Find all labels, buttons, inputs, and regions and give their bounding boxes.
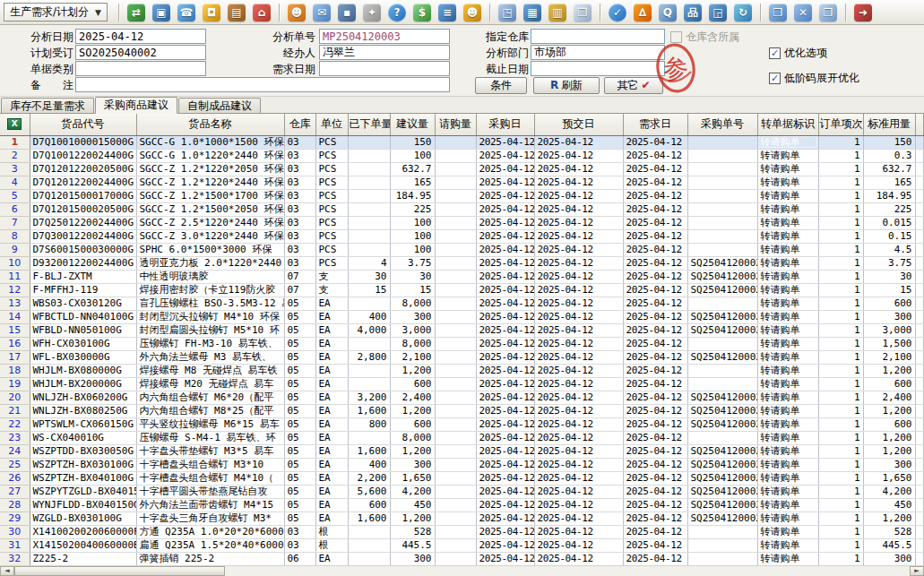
row-number[interactable]: 30 — [0, 525, 30, 538]
cell-demand_date[interactable]: 2025-04-12 — [623, 404, 687, 417]
cell-ordered_qty[interactable]: 4,000 — [348, 323, 390, 337]
cell-predeliver_date[interactable]: 2025-04-12 — [534, 202, 623, 216]
cell-predeliver_date[interactable]: 2025-04-12 — [534, 391, 623, 404]
cell-warehouse[interactable]: 05 — [284, 377, 315, 391]
cell-code[interactable]: D7Q1001220024400G — [30, 149, 136, 162]
cell-std_usage[interactable]: 445.5 — [863, 538, 915, 552]
cell-transfer_flag[interactable]: 转请购单 — [757, 512, 818, 525]
table-row[interactable]: 10D932001220024400G透明亚克力板 2.0*1220*24400… — [0, 256, 924, 270]
cell-purchase_date[interactable]: 2025-04-12 — [476, 512, 534, 525]
cell-transfer_flag[interactable]: 转请购单 — [757, 458, 818, 471]
cell-warehouse[interactable]: 03 — [284, 202, 315, 216]
cell-po_number[interactable] — [687, 149, 757, 162]
cell-transfer_flag[interactable]: 转请购单 — [757, 310, 818, 323]
cell-unit[interactable]: EA — [315, 417, 348, 431]
cell-demand_date[interactable]: 2025-04-12 — [623, 189, 687, 202]
cell-order_item[interactable]: 1 — [818, 337, 863, 350]
remark-input[interactable] — [75, 77, 450, 92]
cell-code[interactable]: WSZPYTZGLD-BX040150G — [30, 485, 136, 498]
cell-name[interactable]: 十字槽平圆头带垫燕尾钻自攻 — [136, 485, 284, 498]
cell-std_usage[interactable]: 1,200 — [863, 431, 915, 444]
cell-name[interactable]: SPHC 6.0*1500*3000 环保 — [136, 243, 284, 256]
cell-name[interactable]: 十字盘头带垫螺钉 M3*5 易车 — [136, 444, 284, 458]
cell-purchase_date[interactable]: 2025-04-12 — [476, 444, 534, 458]
cell-name[interactable]: 封闭型沉头拉铆钉 M4*10 环保 — [136, 310, 284, 323]
table-row[interactable]: 14WFBCTLD-NN040100G封闭型沉头拉铆钉 M4*10 环保05EA… — [0, 310, 924, 323]
cell-po_number[interactable] — [687, 162, 757, 176]
cell-demand_date[interactable]: 2025-04-12 — [623, 458, 687, 471]
cell-unit[interactable]: EA — [315, 310, 348, 323]
cell-predeliver_date[interactable]: 2025-04-12 — [534, 512, 623, 525]
condition-button[interactable]: 条件 — [475, 77, 527, 94]
table-row[interactable]: 30X1410020020060000FG方通 Q235A 1.0*20*20*… — [0, 525, 924, 538]
cell-suggest_qty[interactable]: 1,200 — [390, 512, 435, 525]
cell-purchase_date[interactable]: 2025-04-12 — [476, 243, 534, 256]
cell-demand_date[interactable]: 2025-04-12 — [623, 538, 687, 552]
row-number[interactable]: 27 — [0, 485, 30, 498]
cell-warehouse[interactable]: 05 — [284, 404, 315, 417]
cell-ordered_qty[interactable]: 15 — [348, 283, 390, 297]
cell-po_number[interactable]: SQ2504120002 — [687, 310, 757, 323]
table-row[interactable]: 6D7Q1201500020500GSGCC-Z 1.2*1500*2050 环… — [0, 202, 924, 216]
cell-ordered_qty[interactable] — [348, 377, 390, 391]
cell-predeliver_date[interactable]: 2025-04-12 — [534, 431, 623, 444]
cell-purchase_date[interactable]: 2025-04-12 — [476, 404, 534, 417]
scrollbar-track[interactable] — [225, 566, 910, 576]
column-header-predeliver_date[interactable]: 预交日 — [534, 114, 623, 135]
cell-predeliver_date[interactable]: 2025-04-12 — [534, 525, 623, 538]
key-icon[interactable]: ✦ — [363, 4, 381, 21]
table-row[interactable]: 20WNLJZH-BX060200G内六角组合螺钉 M6*20（配平05EA3,… — [0, 391, 924, 404]
bell-icon[interactable]: ∆ — [634, 4, 652, 21]
cell-demand_date[interactable]: 2025-04-12 — [623, 283, 687, 297]
column-header-order_item[interactable]: 订单项次 — [818, 114, 863, 135]
cell-warehouse[interactable]: 05 — [284, 444, 315, 458]
cell-std_usage[interactable]: 4.5 — [863, 243, 915, 256]
cell-order_item[interactable]: 1 — [818, 229, 863, 243]
cell-transfer_flag[interactable]: 转请购单 — [757, 404, 818, 417]
scroll-right-arrow[interactable]: ► — [910, 566, 924, 576]
cell-order_item[interactable]: 1 — [818, 417, 863, 431]
table-row[interactable]: 5D7Q1201500017000GSGCC-Z 1.2*1500*1700 环… — [0, 189, 924, 202]
cell-std_usage[interactable]: 1,200 — [863, 404, 915, 417]
cell-predeliver_date[interactable]: 2025-04-12 — [534, 404, 623, 417]
cell-unit[interactable]: EA — [315, 337, 348, 350]
table-row[interactable]: 22WPTSWLM-CX060150G平头竖纹拉铆螺母 M6*15 易车05EA… — [0, 417, 924, 431]
column-header-name[interactable]: 货品名称 — [136, 114, 284, 135]
cell-warehouse[interactable]: 03 — [284, 538, 315, 552]
cell-warehouse[interactable]: 03 — [284, 229, 315, 243]
cell-order_item[interactable]: 1 — [818, 525, 863, 538]
cell-predeliver_date[interactable]: 2025-04-12 — [534, 256, 623, 270]
cell-request_qty[interactable] — [435, 431, 476, 444]
module-dropdown[interactable]: 生产需求/计划分 ▼ — [4, 3, 108, 21]
cell-name[interactable]: SGCC-Z 1.2*1500*1700 环保大 — [136, 189, 284, 202]
cell-ordered_qty[interactable] — [348, 552, 390, 565]
cell-ordered_qty[interactable]: 4 — [348, 256, 390, 270]
cell-code[interactable]: WHJLM-BX200000G — [30, 377, 136, 391]
cell-purchase_date[interactable]: 2025-04-12 — [476, 323, 534, 337]
cell-request_qty[interactable] — [435, 350, 476, 364]
cell-name[interactable]: 内六角组合螺钉 M6*20（配平 — [136, 391, 284, 404]
monitor-share-icon[interactable]: ◲ — [709, 4, 727, 21]
mail-icon[interactable]: ✉ — [313, 4, 331, 21]
cell-suggest_qty[interactable]: 184.95 — [390, 189, 435, 202]
column-header-code[interactable]: 货品代号 — [30, 114, 136, 135]
cell-code[interactable]: D7Q1201220024400G — [30, 176, 136, 189]
cell-request_qty[interactable] — [435, 364, 476, 377]
cell-demand_date[interactable]: 2025-04-12 — [623, 216, 687, 229]
table-row[interactable]: 23WS-CX040010G压铆螺母 S-M4-1 易车铁、环05EA8,000… — [0, 431, 924, 444]
cell-code[interactable]: Z225-2 — [30, 552, 136, 565]
cell-transfer_flag[interactable]: 转请购单 — [757, 162, 818, 176]
cell-demand_date[interactable]: 2025-04-12 — [623, 485, 687, 498]
cell-suggest_qty[interactable]: 8,000 — [390, 337, 435, 350]
cell-purchase_date[interactable]: 2025-04-12 — [476, 391, 534, 404]
cell-demand_date[interactable]: 2025-04-12 — [623, 512, 687, 525]
cell-std_usage[interactable]: 2,100 — [863, 350, 915, 364]
cell-code[interactable]: WNLJZH-BX080250G — [30, 404, 136, 417]
row-number[interactable]: 10 — [0, 256, 30, 270]
cell-po_number[interactable] — [687, 229, 757, 243]
cell-code[interactable]: WFBCTLD-NN040100G — [30, 310, 136, 323]
row-number[interactable]: 31 — [0, 538, 30, 552]
cell-suggest_qty[interactable]: 3.75 — [390, 256, 435, 270]
cell-code[interactable]: WZGLD-BX030100G — [30, 512, 136, 525]
cell-po_number[interactable]: SQ2504120002 — [687, 512, 757, 525]
